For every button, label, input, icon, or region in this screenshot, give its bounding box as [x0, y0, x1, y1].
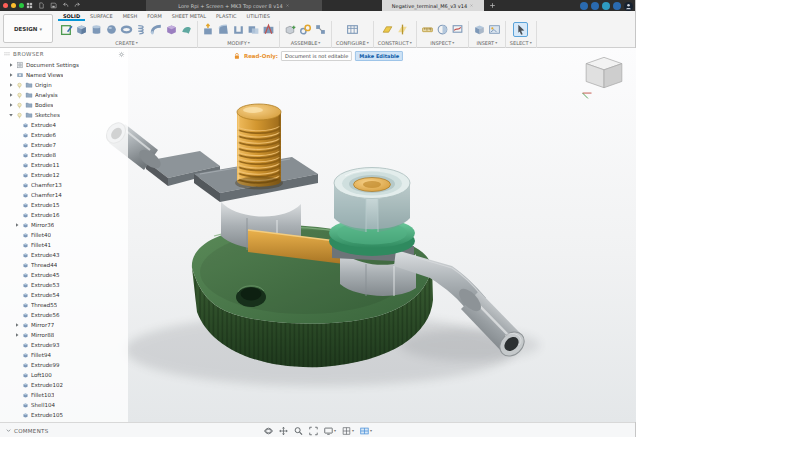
- new-tab-icon[interactable]: [489, 2, 496, 9]
- window-minimize-button[interactable]: [11, 3, 16, 8]
- feature-row[interactable]: Mirror88: [0, 330, 128, 340]
- sphere-icon[interactable]: [105, 23, 118, 36]
- close-x-icon[interactable]: [285, 3, 290, 8]
- form-icon[interactable]: [165, 23, 178, 36]
- combine-icon[interactable]: [247, 23, 260, 36]
- browser-folder-row[interactable]: Named Views: [0, 70, 128, 80]
- gear-icon[interactable]: [118, 51, 125, 58]
- extensions-badge[interactable]: [591, 2, 599, 10]
- display-settings-control[interactable]: [323, 426, 336, 436]
- tab-utilities[interactable]: UTILITIES: [242, 11, 275, 21]
- grip-icon[interactable]: [3, 50, 11, 58]
- bulb-icon[interactable]: [16, 92, 23, 99]
- construct-axis-icon[interactable]: [396, 23, 409, 36]
- pan-control[interactable]: [278, 426, 288, 436]
- construct-plane-icon[interactable]: [381, 23, 394, 36]
- tri-right-icon[interactable]: [8, 92, 14, 98]
- zoom-control[interactable]: [293, 426, 303, 436]
- grid-settings-control[interactable]: [341, 426, 354, 436]
- feature-row[interactable]: Chamfer14: [0, 190, 128, 200]
- insert-canvas-icon[interactable]: [488, 23, 501, 36]
- window-close-button[interactable]: [3, 3, 8, 8]
- feature-row[interactable]: Extrude7: [0, 140, 128, 150]
- fillet-icon[interactable]: [217, 23, 230, 36]
- close-x-icon[interactable]: [469, 3, 474, 8]
- tri-down-icon[interactable]: [8, 112, 14, 118]
- tri-right-icon[interactable]: [8, 62, 14, 68]
- notifications-badge[interactable]: [602, 2, 610, 10]
- coil-icon[interactable]: [135, 23, 148, 36]
- feature-row[interactable]: Extrude54: [0, 290, 128, 300]
- tool-group-dropdown[interactable]: INSERT: [476, 38, 497, 47]
- tool-group-dropdown[interactable]: CONSTRUCT: [378, 38, 412, 47]
- feature-row[interactable]: Fillet40: [0, 230, 128, 240]
- surface-patch-icon[interactable]: [180, 23, 193, 36]
- feature-row[interactable]: Extrude8: [0, 150, 128, 160]
- tool-group-dropdown[interactable]: SELECT: [510, 38, 532, 47]
- feature-row[interactable]: Mirror36: [0, 220, 128, 230]
- file-icon[interactable]: [38, 2, 45, 9]
- workspace-selector[interactable]: DESIGN: [3, 14, 53, 43]
- browser-folder-row[interactable]: Sketches: [0, 110, 128, 120]
- bulb-icon[interactable]: [16, 112, 23, 119]
- feature-row[interactable]: Extrude15: [0, 200, 128, 210]
- viewports-control[interactable]: [359, 426, 372, 436]
- feature-row[interactable]: Fillet103: [0, 390, 128, 400]
- display-analysis-icon[interactable]: [451, 23, 464, 36]
- tool-group-dropdown[interactable]: INSPECT: [430, 38, 454, 47]
- insert-mesh-icon[interactable]: [473, 23, 486, 36]
- joint-icon[interactable]: [299, 23, 312, 36]
- select-cursor-icon[interactable]: [514, 23, 527, 36]
- tool-group-dropdown[interactable]: ASSEMBLE: [291, 38, 321, 47]
- bulb-icon[interactable]: [16, 102, 23, 109]
- profile-avatar[interactable]: [624, 2, 633, 11]
- feature-row[interactable]: Extrude99: [0, 360, 128, 370]
- feature-row[interactable]: Fillet94: [0, 350, 128, 360]
- tool-group-dropdown[interactable]: CONFIGURE: [336, 38, 369, 47]
- tri-right-icon[interactable]: [14, 332, 20, 338]
- shell-icon[interactable]: [232, 23, 245, 36]
- feature-row[interactable]: Shell104: [0, 400, 128, 410]
- tab-surface[interactable]: SURFACE: [85, 11, 118, 21]
- feature-row[interactable]: Extrude105: [0, 410, 128, 420]
- document-tab[interactable]: Lore Rpi + Screen + MK3 Top cover 8 v14: [146, 0, 322, 11]
- pipe-icon[interactable]: [150, 23, 163, 36]
- tab-mesh[interactable]: MESH: [118, 11, 142, 21]
- feature-row[interactable]: Extrude4: [0, 120, 128, 130]
- browser-folder-row[interactable]: Document Settings: [0, 60, 128, 70]
- split-icon[interactable]: [262, 23, 275, 36]
- make-editable-button[interactable]: Make Editable: [355, 51, 403, 61]
- data-panel-icon[interactable]: [26, 2, 33, 9]
- tab-plastic[interactable]: PLASTIC: [211, 11, 242, 21]
- window-zoom-button[interactable]: [19, 3, 24, 8]
- document-tab[interactable]: Negative_terminal_M6_v3 v14: [382, 0, 484, 11]
- job-status-badge[interactable]: [580, 2, 588, 10]
- tool-group-dropdown[interactable]: MODIFY: [227, 38, 250, 47]
- save-icon[interactable]: [50, 2, 57, 9]
- feature-row[interactable]: Extrude93: [0, 340, 128, 350]
- configuration-icon[interactable]: [346, 23, 359, 36]
- bulb-icon[interactable]: [16, 82, 23, 89]
- fit-control[interactable]: [308, 426, 318, 436]
- feature-row[interactable]: Extrude53: [0, 280, 128, 290]
- feature-row[interactable]: Extrude43: [0, 250, 128, 260]
- browser-folder-row[interactable]: Bodies: [0, 100, 128, 110]
- torus-icon[interactable]: [120, 23, 133, 36]
- tri-right-icon[interactable]: [14, 222, 20, 228]
- tri-right-icon[interactable]: [8, 82, 14, 88]
- redo-icon[interactable]: [74, 2, 81, 9]
- feature-row[interactable]: Extrude102: [0, 380, 128, 390]
- tri-right-icon[interactable]: [14, 322, 20, 328]
- tab-solid[interactable]: SOLID: [58, 11, 85, 21]
- measure-icon[interactable]: [421, 23, 434, 36]
- feature-row[interactable]: Fillet41: [0, 240, 128, 250]
- rigid-group-icon[interactable]: [314, 23, 327, 36]
- tab-sheet-metal[interactable]: SHEET METAL: [167, 11, 211, 21]
- feature-row[interactable]: Extrude16: [0, 210, 128, 220]
- feature-row[interactable]: Chamfer13: [0, 180, 128, 190]
- undo-icon[interactable]: [62, 2, 69, 9]
- tri-right-icon[interactable]: [8, 102, 14, 108]
- press-pull-icon[interactable]: [202, 23, 215, 36]
- tool-group-dropdown[interactable]: CREATE: [115, 38, 137, 47]
- feature-row[interactable]: Thread55: [0, 300, 128, 310]
